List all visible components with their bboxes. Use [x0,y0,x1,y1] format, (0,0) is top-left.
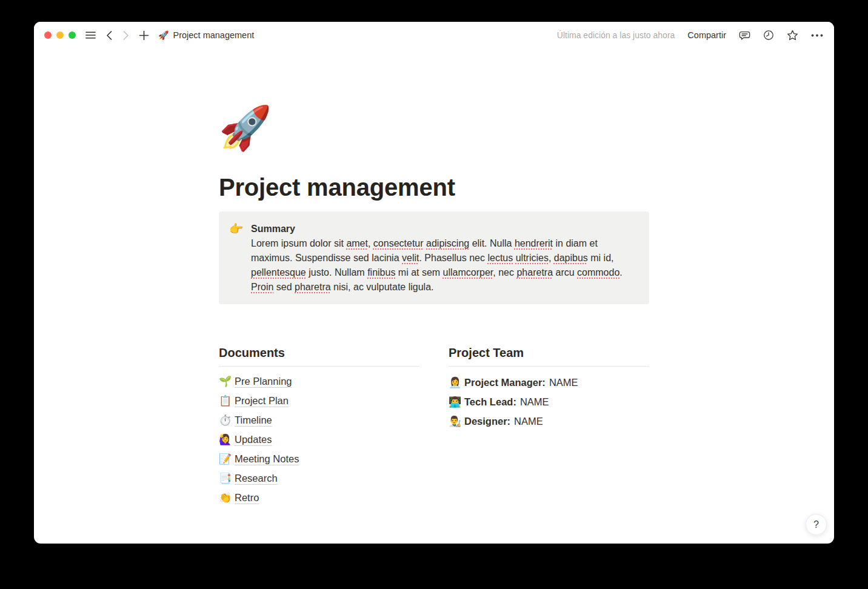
forward-icon[interactable] [122,30,130,41]
team-list: 👩‍💼Project Manager:NAME👨‍💻Tech Lead:NAME… [449,373,649,431]
breadcrumb[interactable]: 🚀 Project management [158,30,254,40]
misspelled-word: pellentesque [251,267,306,278]
document-page-label: Timeline [235,414,272,426]
document-page-link[interactable]: 👏Retro [219,488,419,507]
new-page-icon[interactable] [139,30,149,41]
document-page-icon: 📑 [219,473,235,484]
misspelled-word: velit [402,253,419,263]
misspelled-word: lectus [487,253,513,263]
misspelled-word: finibus [367,267,395,278]
documents-column: Documents 🌱Pre Planning📋Project Plan⏱️Ti… [219,345,419,507]
document-page-icon: 🙋‍♀️ [219,434,235,445]
misspelled-word: ullamcorper [443,267,493,278]
misspelled-word: hendrerit [515,238,553,248]
misspelled-word: ultricies [516,253,549,263]
callout-paragraph: Lorem ipsum dolor sit amet, consectetur … [251,236,636,294]
document-page-icon: ⏱️ [219,415,235,425]
page-scroll-area: 🚀 Project management 👉 Summary Lorem ips… [34,48,834,544]
callout-heading: Summary [251,222,636,236]
document-page-label: Updates [235,434,272,445]
team-member-name: NAME [549,377,578,388]
sidebar-menu-icon[interactable] [85,30,96,41]
misspelled-word: amet [346,238,368,248]
document-page-icon: 👏 [219,493,235,503]
team-member-role: Project Manager: [464,377,546,388]
team-member-row: 👨‍💻Tech Lead:NAME [449,392,649,411]
team-member-role: Designer: [464,416,510,427]
document-page-label: Research [235,473,278,484]
document-page-label: Project Plan [235,395,289,407]
help-button[interactable]: ? [806,514,827,535]
document-page-label: Pre Planning [235,376,292,387]
team-heading: Project Team [449,345,649,367]
document-page-link[interactable]: 📝Meeting Notes [219,449,419,468]
last-edited-status: Última edición a las justo ahora [557,30,675,40]
team-member-icon: 👨‍💻 [449,397,464,407]
more-options-icon[interactable] [811,34,823,37]
comments-icon[interactable] [739,30,750,41]
team-member-role: Tech Lead: [464,396,516,408]
team-member-icon: 👨‍🎨 [449,416,464,427]
window-controls [44,32,76,39]
misspelled-word: pharetra [295,282,331,292]
document-page-link[interactable]: 📑Research [219,468,419,488]
document-page-link[interactable]: ⏱️Timeline [219,410,419,430]
document-page-label: Retro [235,492,259,504]
page-icon[interactable]: 🚀 [219,104,269,151]
team-member-row: 👨‍🎨Designer:NAME [449,411,649,431]
documents-heading: Documents [219,345,419,367]
misspelled-word: commodo [577,267,619,278]
close-window-button[interactable] [44,32,52,39]
zoom-window-button[interactable] [68,32,76,39]
document-page-icon: 🌱 [219,376,235,387]
misspelled-word: pharetra [516,267,553,278]
documents-list: 🌱Pre Planning📋Project Plan⏱️Timeline🙋‍♀️… [219,371,419,507]
history-icon[interactable] [763,30,774,41]
help-button-label: ? [813,519,819,530]
page-title[interactable]: Project management [219,173,649,202]
misspelled-word: consectetur [373,238,424,248]
breadcrumb-page-icon: 🚀 [158,31,169,39]
app-window: 🚀 Project management Última edición a la… [34,22,834,544]
breadcrumb-title: Project management [173,30,254,40]
team-member-name: NAME [514,416,543,427]
document-page-icon: 📋 [219,396,235,406]
document-page-icon: 📝 [219,454,235,464]
titlebar: 🚀 Project management Última edición a la… [34,22,834,48]
team-member-name: NAME [520,396,549,408]
favorite-star-icon[interactable] [787,30,798,41]
share-button[interactable]: Compartir [687,30,726,40]
team-column: Project Team 👩‍💼Project Manager:NAME👨‍💻T… [449,345,649,507]
document-page-label: Meeting Notes [235,453,299,465]
team-member-icon: 👩‍💼 [449,378,464,388]
misspelled-word: adipiscing [426,238,469,248]
team-member-row: 👩‍💼Project Manager:NAME [449,373,649,392]
document-page-link[interactable]: 🌱Pre Planning [219,371,419,391]
document-page-link[interactable]: 🙋‍♀️Updates [219,430,419,449]
document-page-link[interactable]: 📋Project Plan [219,391,419,410]
misspelled-word: dapibus [554,253,588,263]
summary-callout: 👉 Summary Lorem ipsum dolor sit amet, co… [219,211,649,304]
back-icon[interactable] [105,30,113,41]
misspelled-word: Proin [251,282,273,292]
pointing-right-icon[interactable]: 👉 [229,222,245,294]
minimize-window-button[interactable] [56,32,64,39]
